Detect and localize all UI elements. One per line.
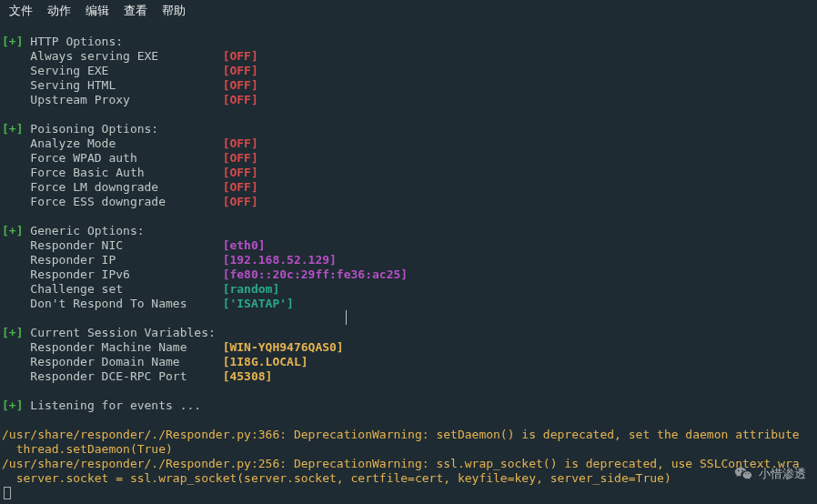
option-line: Don't Respond To Names ['ISATAP'] xyxy=(2,297,815,311)
output-line xyxy=(2,413,815,428)
output-line xyxy=(2,384,815,398)
option-line: Responder IPv6 [fe80::20c:29ff:fe36:ac25… xyxy=(2,267,815,282)
warning-line: /usr/share/responder/./Responder.py:256:… xyxy=(2,457,815,471)
watermark-text: 小惜渗透 xyxy=(759,467,806,481)
watermark: 小惜渗透 xyxy=(733,464,806,484)
option-line: Responder NIC [eth0] xyxy=(2,238,815,253)
output-line xyxy=(2,107,815,122)
option-line: Force WPAD auth [OFF] xyxy=(2,151,815,166)
terminal-output[interactable]: [+] HTTP Options: Always serving EXE [OF… xyxy=(0,22,817,502)
output-line xyxy=(2,311,815,326)
section-header: [+] HTTP Options: xyxy=(2,35,815,49)
section-header: [+] Current Session Variables: xyxy=(2,326,815,340)
option-line: Upstream Proxy [OFF] xyxy=(2,93,815,107)
menu-actions[interactable]: 动作 xyxy=(47,4,71,18)
menu-file[interactable]: 文件 xyxy=(9,4,33,18)
option-line: Responder DCE-RPC Port [45308] xyxy=(2,369,815,384)
prompt-cursor xyxy=(4,487,11,499)
menu-help[interactable]: 帮助 xyxy=(162,4,186,18)
option-line: Force Basic Auth [OFF] xyxy=(2,166,815,180)
menu-edit[interactable]: 编辑 xyxy=(86,4,109,18)
option-line: Force ESS downgrade [OFF] xyxy=(2,195,815,209)
warning-line: /usr/share/responder/./Responder.py:366:… xyxy=(2,428,815,442)
prompt-line xyxy=(2,486,815,500)
warning-line: thread.setDaemon(True) xyxy=(2,442,815,457)
option-line: Serving HTML [OFF] xyxy=(2,78,815,93)
option-line: Always serving EXE [OFF] xyxy=(2,49,815,64)
output-line xyxy=(2,209,815,224)
menu-view[interactable]: 查看 xyxy=(124,4,147,18)
menubar: 文件 动作 编辑 查看 帮助 xyxy=(0,0,817,22)
option-line: Responder IP [192.168.52.129] xyxy=(2,253,815,267)
option-line: Responder Machine Name [WIN-YQH9476QAS0] xyxy=(2,340,815,355)
option-line: Responder Domain Name [1I8G.LOCAL] xyxy=(2,355,815,369)
option-line: Analyze Mode [OFF] xyxy=(2,136,815,151)
option-line: Serving EXE [OFF] xyxy=(2,64,815,78)
warning-line: server.socket = ssl.wrap_socket(server.s… xyxy=(2,471,815,486)
section-header: [+] Poisoning Options: xyxy=(2,122,815,136)
option-line: Challenge set [random] xyxy=(2,282,815,297)
section-header: [+] Generic Options: xyxy=(2,224,815,238)
wechat-icon xyxy=(733,464,753,484)
option-line: Force LM downgrade [OFF] xyxy=(2,180,815,195)
listening-line: [+] Listening for events ... xyxy=(2,398,815,413)
